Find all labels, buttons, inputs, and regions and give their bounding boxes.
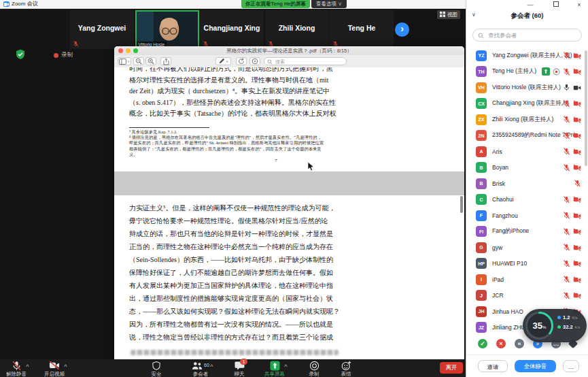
more-options-button[interactable]: … [563,360,579,372]
security-shield-icon [15,49,26,60]
camera-off-icon [573,68,581,75]
text-line: 力实证主义⁵。但是，这样的阐释不仅使一种规范性的理论成为可能， [129,201,343,214]
video-tile-teng-he[interactable]: Teng He [330,10,394,49]
highlight-button[interactable] [249,57,260,65]
video-tile-yang-zongwei[interactable]: Yang Zongwei [70,10,134,49]
pdf-search-field[interactable] [264,57,347,65]
participant-list-scrollbar[interactable] [585,50,587,166]
participant-row[interactable]: Ggyw [466,240,588,256]
camera-off-icon [573,148,581,155]
page-break-gap [114,171,464,195]
invite-button[interactable]: 邀请 [478,360,508,372]
participant-name: Jinliang ZHU [492,324,525,331]
pdf-search-input[interactable] [274,59,343,65]
recording-dot-icon [54,53,58,58]
text-line: 说，理性之物定当曾经以非理性的方式存在过？而且着第三个论据成 [129,331,343,344]
window-titlebar: Zoom 会议 你正在观看Teng He的屏幕 查看选项 ∨ [0,0,466,9]
zoom-out-button[interactable] [133,57,144,65]
participant-row[interactable]: 2N2355924589的Redmi Note 7 Pro [466,128,588,144]
rotate-button[interactable] [236,57,247,65]
participants-icon: 60 [192,361,209,370]
participant-row[interactable]: HPHUAWEI P10 [466,256,588,272]
participant-row[interactable]: AAris [466,144,588,160]
text-line: 概念，比如关于事实（Tatsache）的讨论，都表明黑格尔大体上反对权 [129,108,343,120]
pdf-document-title: 黑格尔的实践哲学—理论还是实践？.pdf（页码：8/15） [114,46,464,55]
participant-row[interactable]: IiPad [466,272,588,288]
participant-name: Changjiang Xing (联席主持人) [492,99,569,108]
camera-off-icon [573,244,581,251]
zoom-in-button[interactable] [145,57,156,65]
pdf-scrollbar-thumb[interactable] [460,196,463,213]
participant-row[interactable]: THTeng He (主持人) [466,64,588,80]
maximize-window-icon[interactable] [551,1,561,9]
participant-name: Fangzhou [492,212,518,219]
muted-mic-icon [563,292,570,299]
video-tile-vittorio-hosle[interactable]: Vittorio Hosle [135,10,199,49]
participant-name: iPad [492,276,504,283]
avatar: CX [476,98,487,109]
mute-all-button[interactable]: 全体静音 [515,360,556,372]
security-button[interactable]: 安全 [133,361,180,377]
view-options-button[interactable]: 查看选项 ∨ [311,0,347,8]
participant-status-icons [563,116,581,123]
close-window-icon[interactable]: × [574,1,584,9]
camera-off-icon [573,116,581,123]
muted-mic-icon [563,132,570,140]
unmute-label: 解除静音 [6,371,27,377]
camera-off-icon [573,100,581,107]
export-button[interactable] [160,57,171,65]
participant-row[interactable]: FFangzhou [466,208,588,224]
participant-row[interactable]: ZXZhili Xiong (联席主持人) [466,112,588,128]
text-line: 保障恰好保证了，人们不能逾越自己的期许梦想而去做任何事。假如 [129,266,343,279]
participant-row[interactable]: BBoyan [466,160,588,176]
participant-row[interactable]: BBrisk [466,176,588,192]
video-tile-zhili-xiong[interactable]: Zhili Xiong [265,10,329,49]
camera-on-icon [573,84,581,91]
minimize-traffic-light[interactable] [126,48,131,53]
muted-mic-icon [574,180,581,187]
markup-button[interactable]: ∨ [215,57,231,65]
reactions-button[interactable]: 表情 [322,361,370,377]
leave-meeting-button[interactable]: 离开 [440,362,463,374]
view-layout-button[interactable]: 视图 [437,10,460,19]
participant-row[interactable]: FIFang的iPhone [466,224,588,240]
avatar: FI [476,226,487,237]
participant-row[interactable]: YZYang Zongwei (联席主持人, 我) [466,48,588,64]
no-reaction-button[interactable]: × [496,339,506,348]
participant-name: Boyan [492,164,508,171]
participant-status-icons [542,67,581,76]
video-button[interactable]: 开启视频^ [31,361,78,377]
minimize-window-icon[interactable]: — [525,1,535,9]
next-participants-button[interactable]: › [395,22,409,37]
watching-screen-banner: 你正在观看Teng He的屏幕 [241,0,310,8]
footnote-line: 义。 [129,152,333,157]
participant-search-input[interactable] [487,31,576,39]
participant-name: JCR [492,292,504,299]
participant-search-box[interactable] [472,29,582,42]
muted-mic-icon [563,276,570,283]
chat-unread-badge: 1 [240,359,247,365]
slower-reaction-button[interactable]: « [515,339,524,348]
yes-reaction-button[interactable]: ✓ [478,339,487,348]
security-icon [152,361,161,370]
participant-row[interactable]: JJCR [466,288,588,304]
sidebar-button[interactable]: ∨ [118,57,131,65]
video-tile-name: Teng He [330,24,394,32]
participant-row[interactable]: CXChangjiang Xing (联席主持人) [466,96,588,112]
text-line: 态，——那么又该如何实现呢？假如这种理论无法在瞬间内就实现呢？ [129,305,343,318]
participant-status-icons [563,292,581,299]
participant-row[interactable]: VHVittorio Hosle (联席主持人) [466,80,588,96]
participant-row[interactable]: CChaohui [466,192,588,208]
close-traffic-light[interactable] [118,48,123,53]
window-title: Zoom 会议 [12,0,38,8]
participant-status-icons [574,180,581,187]
footnote-line: ³ 其余论据参见 Kap. 7.1.2. [129,129,333,135]
video-tile-changjiang-xing[interactable]: Changjiang Xing [200,10,264,49]
avatar: C [476,194,487,205]
footnote-line: 都弄颠倒了：“凡是实在的，都是理性的；而凡是理性的，都是实在的”，因而丢失了这个… [129,146,333,152]
pdf-content: 时间，往不再被人们以静止的方式，而是以动态的方式把握到时，黑格尔对理性实在性的选… [114,67,464,359]
maximize-traffic-light[interactable] [133,48,138,53]
download-rate: 32.2 K/s [557,324,581,330]
muted-mic-icon [563,196,570,203]
avatar: JZ [476,322,487,333]
